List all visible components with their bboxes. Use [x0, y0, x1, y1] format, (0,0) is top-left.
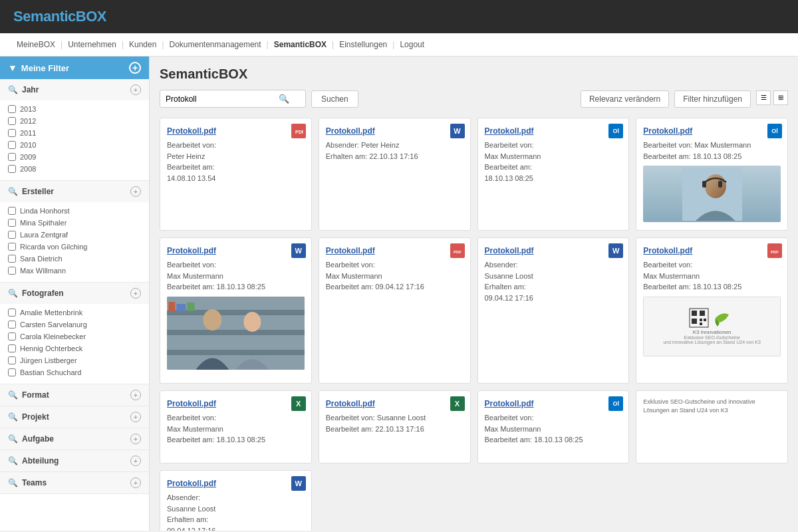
nav-dokumentenmanagement[interactable]: Dokumentenmanagement: [166, 39, 265, 51]
nav-logout[interactable]: Logout: [396, 39, 428, 51]
section-add-abteilung[interactable]: +: [130, 456, 141, 466]
search-icon: 🔍: [8, 85, 18, 94]
svg-rect-14: [187, 303, 194, 311]
cards-grid: PDF Protokoll.pdf Bearbeitet von:Peter H…: [160, 118, 788, 531]
sidebar-section-fotografen: 🔍 Fotografen + Amalie Mettenbrink Carste…: [0, 283, 149, 384]
sidebar-item-ricarda[interactable]: Ricarda von Gilching: [8, 241, 141, 253]
sidebar-item-2011[interactable]: 2011: [8, 127, 141, 139]
sidebar-section-jahr-header[interactable]: 🔍 Jahr +: [0, 79, 149, 100]
sidebar-item-bastian[interactable]: Bastian Schuchard: [8, 366, 141, 378]
card-image-library: [167, 297, 305, 370]
search-icon-fotografen: 🔍: [8, 289, 18, 298]
sidebar-item-amalie[interactable]: Amalie Mettenbrink: [8, 307, 141, 319]
card-title-3[interactable]: Protokoll.pdf: [485, 126, 622, 136]
card-title-6[interactable]: Protokoll.pdf: [326, 246, 464, 255]
filter-button[interactable]: Filter hinzufügen: [674, 90, 751, 108]
sidebar-add-button[interactable]: +: [129, 62, 141, 74]
card-title-5[interactable]: Protokoll.pdf: [167, 246, 305, 255]
section-add-projekt[interactable]: +: [130, 412, 141, 422]
sidebar-item-hennig[interactable]: Hennig Ochterbeck: [8, 342, 141, 354]
card-icon-pdf-8: PDF: [767, 243, 782, 258]
nav-bar: MeineBOX | Unternehmen | Kunden | Dokume…: [0, 33, 798, 57]
svg-text:PDF: PDF: [771, 250, 779, 254]
card-title-10[interactable]: Protokoll.pdf: [326, 399, 464, 408]
sidebar-section-format[interactable]: 🔍 Format +: [0, 384, 149, 406]
svg-rect-25: [700, 319, 702, 321]
sidebar-item-carola[interactable]: Carola Kleinebecker: [8, 331, 141, 342]
card-icon-pdf-6: PDF: [450, 243, 465, 258]
nav-meinebox[interactable]: MeineBOX: [13, 39, 59, 51]
sidebar-item-2012[interactable]: 2012: [8, 115, 141, 127]
card-7: W Protokoll.pdf Absender:Susanne Loost E…: [477, 237, 630, 384]
card-title-7[interactable]: Protokoll.pdf: [485, 246, 622, 255]
card-6: PDF Protokoll.pdf Bearbeitet von:Max Mus…: [319, 237, 471, 384]
svg-rect-10: [167, 350, 305, 355]
card-meta-10: Bearbeitet von: Susanne Loost Bearbeitet…: [326, 412, 464, 434]
svg-rect-9: [167, 330, 305, 335]
nav-unternehmen[interactable]: Unternehmen: [65, 39, 120, 51]
sidebar-item-linda[interactable]: Linda Honhorst: [8, 205, 141, 217]
main-content: SemanticBOX 🔍 Suchen Relevanz verändern …: [150, 57, 798, 531]
sidebar-item-max[interactable]: Max Willmann: [8, 265, 141, 277]
search-icon-projekt: 🔍: [8, 412, 18, 422]
sidebar-item-2008[interactable]: 2008: [8, 163, 141, 175]
card-9: X Protokoll.pdf Bearbeitet von:Max Muste…: [160, 390, 312, 464]
card-title-8[interactable]: Protokoll.pdf: [643, 246, 781, 255]
sidebar-item-2009[interactable]: 2009: [8, 151, 141, 163]
card-title-11[interactable]: Protokoll.pdf: [485, 399, 622, 408]
section-add-teams[interactable]: +: [130, 477, 141, 488]
svg-rect-26: [704, 319, 706, 321]
sidebar-item-2010[interactable]: 2010: [8, 139, 141, 151]
sidebar-header: ▼ Meine Filter +: [0, 57, 149, 79]
search-input[interactable]: [166, 94, 279, 104]
sidebar-section-aufgabe[interactable]: 🔍 Aufgabe +: [0, 428, 149, 450]
sidebar-section-ersteller-header[interactable]: 🔍 Ersteller +: [0, 181, 149, 202]
card-image-company: K3 Innovationen Exklusive SEO-Gutscheine…: [643, 297, 781, 356]
sidebar-items-jahr: 2013 2012 2011 2010 2009 2008: [0, 100, 149, 180]
sidebar-item-mina[interactable]: Mina Spithaler: [8, 217, 141, 229]
sidebar-section-projekt[interactable]: 🔍 Projekt +: [0, 406, 149, 428]
svg-rect-27: [700, 323, 702, 325]
svg-rect-22: [692, 311, 697, 316]
section-add-ersteller[interactable]: +: [130, 186, 141, 197]
sidebar-item-jurgen[interactable]: Jürgen Listberger: [8, 354, 141, 366]
card-icon-outlook-3: Ol: [608, 124, 623, 138]
card-title-9[interactable]: Protokoll.pdf: [167, 399, 305, 408]
card-icon-excel-10: X: [450, 396, 465, 411]
page-title: SemanticBOX: [160, 66, 788, 82]
card-10: X Protokoll.pdf Bearbeitet von: Susanne …: [319, 390, 471, 464]
card-meta-8: Bearbeitet von:Max Mustermann Bearbeitet…: [643, 259, 781, 293]
section-add-aufgabe[interactable]: +: [130, 434, 141, 444]
view-list-button[interactable]: ☰: [756, 90, 771, 105]
sidebar-section-abteilung[interactable]: 🔍 Abteilung +: [0, 450, 149, 472]
svg-rect-24: [692, 319, 697, 324]
sidebar: ▼ Meine Filter + 🔍 Jahr + 2013 2012 2011…: [0, 57, 150, 531]
view-grid-button[interactable]: ⊞: [773, 90, 788, 105]
nav-kunden[interactable]: Kunden: [126, 39, 160, 51]
sidebar-item-carsten[interactable]: Carsten Sarvelanurg: [8, 319, 141, 331]
sidebar-items-ersteller: Linda Honhorst Mina Spithaler Laura Zent…: [0, 202, 149, 282]
svg-rect-5: [718, 181, 722, 188]
card-icon-excel-9: X: [291, 396, 306, 411]
card-icon-word-7: W: [608, 243, 623, 258]
section-add-jahr[interactable]: +: [130, 84, 141, 95]
sidebar-item-laura[interactable]: Laura Zentgraf: [8, 229, 141, 241]
search-bar: 🔍 Suchen Relevanz verändern Filter hinzu…: [160, 90, 788, 108]
sidebar-section-fotografen-header[interactable]: 🔍 Fotografen +: [0, 283, 149, 304]
nav-semanticbox[interactable]: SemanticBOX: [271, 39, 330, 51]
sidebar-item-sara[interactable]: Sara Dietrich: [8, 253, 141, 265]
card-icon-pdf-1: PDF: [291, 124, 306, 138]
top-bar: SemanticBOX: [0, 0, 798, 33]
card-title-13[interactable]: Protokoll.pdf: [167, 479, 305, 488]
relevanz-button[interactable]: Relevanz verändern: [581, 90, 669, 108]
sidebar-item-2013[interactable]: 2013: [8, 103, 141, 115]
card-title-1[interactable]: Protokoll.pdf: [167, 126, 305, 136]
search-button[interactable]: Suchen: [311, 90, 358, 108]
card-title-2[interactable]: Protokoll.pdf: [326, 126, 464, 136]
nav-einstellungen[interactable]: Einstellungen: [336, 39, 390, 51]
sidebar-section-teams[interactable]: 🔍 Teams +: [0, 472, 149, 494]
section-add-format[interactable]: +: [130, 390, 141, 400]
card-title-4[interactable]: Protokoll.pdf: [643, 126, 781, 136]
filter-icon: ▼: [8, 63, 17, 73]
section-add-fotografen[interactable]: +: [130, 288, 141, 299]
